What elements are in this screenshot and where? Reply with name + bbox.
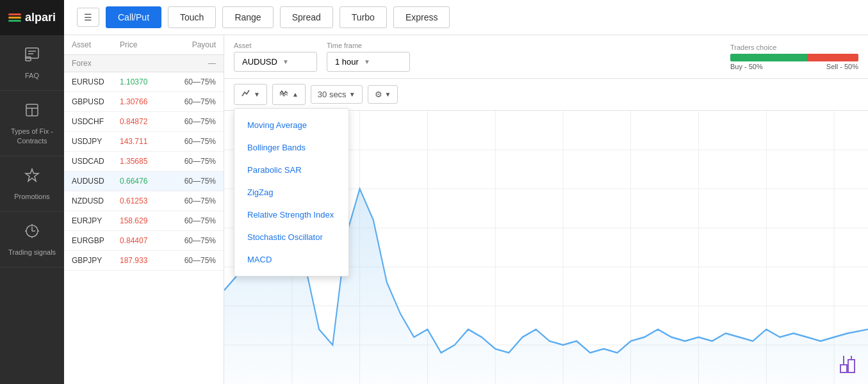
indicator-parabolic-sar[interactable]: Parabolic SAR <box>234 159 348 181</box>
indicator-moving-average[interactable]: Moving Average <box>234 114 348 136</box>
tab-express[interactable]: Express <box>393 6 450 28</box>
asset-name: GBPJPY <box>72 256 120 265</box>
sell-label: Sell - 50% <box>826 63 858 70</box>
settings-button[interactable]: ⚙ ▼ <box>368 85 398 104</box>
timeframe-toolbar-value: 30 secs <box>318 90 347 99</box>
sidebar-item-promotions[interactable]: Promotions <box>0 156 64 212</box>
asset-list: Asset Price Payout Forex — EURUSD 1.1037… <box>64 35 224 384</box>
timeframe-chevron-icon: ▼ <box>364 58 370 65</box>
asset-row[interactable]: GBPUSD 1.30766 60—75% <box>64 92 224 112</box>
asset-payout: 60—75% <box>168 157 216 166</box>
svg-marker-7 <box>26 169 38 181</box>
indicator-button[interactable]: ▲ <box>272 84 306 105</box>
asset-list-header: Asset Price Payout <box>64 35 224 55</box>
sidebar-item-faq[interactable]: FAQ <box>0 35 64 91</box>
asset-row[interactable]: EURGBP 0.84407 60—75% <box>64 231 224 251</box>
asset-name: GBPUSD <box>72 97 120 106</box>
sidebar-faq-label: FAQ <box>25 71 39 80</box>
asset-name: EURJPY <box>72 216 120 225</box>
indicator-zigzag[interactable]: ZigZag <box>234 181 348 204</box>
timeframe-select[interactable]: 1 hour ▼ <box>327 52 410 72</box>
asset-payout: 60—75% <box>168 216 216 225</box>
asset-payout: 60—75% <box>168 77 216 86</box>
asset-name: NZDUSD <box>72 196 120 205</box>
asset-price: 1.30766 <box>120 97 168 106</box>
types-icon <box>23 101 41 123</box>
asset-row[interactable]: EURUSD 1.10370 60—75% <box>64 72 224 92</box>
asset-chevron-icon: ▼ <box>283 58 289 65</box>
asset-row[interactable]: USDCHF 0.84872 60—75% <box>64 112 224 132</box>
chart-tools-icon[interactable] <box>839 355 858 378</box>
indicator-rsi[interactable]: Relative Strength Index <box>234 204 348 226</box>
chart-type-chevron: ▼ <box>254 91 260 98</box>
asset-price: 0.84407 <box>120 236 168 245</box>
sidebar-item-types[interactable]: Types of Fix - Contracts <box>0 91 64 156</box>
tab-callput[interactable]: Call/Put <box>106 6 161 28</box>
asset-row[interactable]: EURJPY 158.629 60—75% <box>64 211 224 231</box>
asset-price: 0.61253 <box>120 196 168 205</box>
tab-turbo[interactable]: Turbo <box>340 6 387 28</box>
timeframe-select-label: Time frame <box>327 42 410 49</box>
asset-name: EURUSD <box>72 77 120 86</box>
tab-spread[interactable]: Spread <box>280 6 333 28</box>
sidebar-trading-signals-label: Trading signals <box>8 248 56 257</box>
asset-price: 143.711 <box>120 137 168 146</box>
asset-name: USDJPY <box>72 137 120 146</box>
asset-row[interactable]: USDCAD 1.35685 60—75% <box>64 152 224 172</box>
buy-label: Buy - 50% <box>730 63 763 70</box>
asset-name: AUDUSD <box>72 177 120 186</box>
promotions-icon <box>23 166 41 188</box>
timeframe-toolbar-button[interactable]: 30 secs ▼ <box>311 85 363 104</box>
asset-row[interactable]: AUDUSD 0.66476 60—75% <box>64 172 224 191</box>
asset-price: 187.933 <box>120 256 168 265</box>
forex-label: Forex — <box>64 55 224 72</box>
indicator-up-chevron: ▲ <box>292 91 299 98</box>
svg-rect-1 <box>26 57 31 61</box>
buy-bar <box>730 54 807 61</box>
traders-choice-labels: Buy - 50% Sell - 50% <box>730 63 858 70</box>
top-navigation: ☰ Call/Put Touch Range Spread Turbo Expr… <box>64 0 868 35</box>
header-price: Price <box>120 40 168 49</box>
traders-choice-bar <box>730 54 858 61</box>
header-payout: Payout <box>168 40 216 49</box>
menu-button[interactable]: ☰ <box>77 8 99 27</box>
traders-choice: Traders choice Buy - 50% Sell - 50% <box>730 44 858 70</box>
timeframe-toolbar-chevron: ▼ <box>349 91 356 98</box>
chart-type-button[interactable]: ▼ <box>234 84 267 105</box>
logo-text: alpari <box>25 11 56 24</box>
asset-price: 1.35685 <box>120 157 168 166</box>
asset-name: USDCAD <box>72 157 120 166</box>
chart-type-icon <box>241 88 251 100</box>
asset-payout: 60—75% <box>168 256 216 265</box>
asset-payout: 60—75% <box>168 97 216 106</box>
asset-name: EURGBP <box>72 236 120 245</box>
indicator-stochastic[interactable]: Stochastic Oscillator <box>234 226 348 248</box>
logo-icon <box>8 13 21 22</box>
asset-payout: 60—75% <box>168 117 216 126</box>
tab-range[interactable]: Range <box>222 6 273 28</box>
asset-row[interactable]: USDJPY 143.711 60—75% <box>64 132 224 152</box>
asset-row[interactable]: GBPJPY 187.933 60—75% <box>64 251 224 271</box>
indicator-dropdown: Moving Average Bollinger Bands Parabolic… <box>234 108 349 276</box>
asset-payout: 60—75% <box>168 137 216 146</box>
asset-select-value: AUDUSD <box>242 57 277 67</box>
logo: alpari <box>0 0 64 35</box>
trading-signals-icon <box>23 222 41 244</box>
chart-toolbar: ▼ ▲ 30 secs ▼ ⚙ ▼ <box>224 79 868 111</box>
faq-icon <box>23 45 41 67</box>
svg-rect-30 <box>840 365 847 372</box>
sidebar-item-trading-signals[interactable]: Trading signals <box>0 212 64 268</box>
indicator-macd[interactable]: MACD <box>234 248 348 271</box>
indicator-bollinger-bands[interactable]: Bollinger Bands <box>234 136 348 159</box>
sidebar: alpari FAQ Types of Fix - Contracts <box>0 0 64 384</box>
asset-select-label: Asset <box>234 42 317 49</box>
indicator-icon <box>279 88 290 100</box>
chart-area: Asset AUDUSD ▼ Time frame 1 hour ▼ Trade… <box>224 35 868 384</box>
asset-select[interactable]: AUDUSD ▼ <box>234 52 317 72</box>
asset-row[interactable]: NZDUSD 0.61253 60—75% <box>64 191 224 211</box>
content-area: Asset Price Payout Forex — EURUSD 1.1037… <box>64 35 868 384</box>
tab-touch[interactable]: Touch <box>168 6 216 28</box>
sidebar-types-label: Types of Fix - Contracts <box>5 127 59 145</box>
chart-controls: Asset AUDUSD ▼ Time frame 1 hour ▼ Trade… <box>224 35 868 79</box>
asset-price: 0.66476 <box>120 177 168 186</box>
